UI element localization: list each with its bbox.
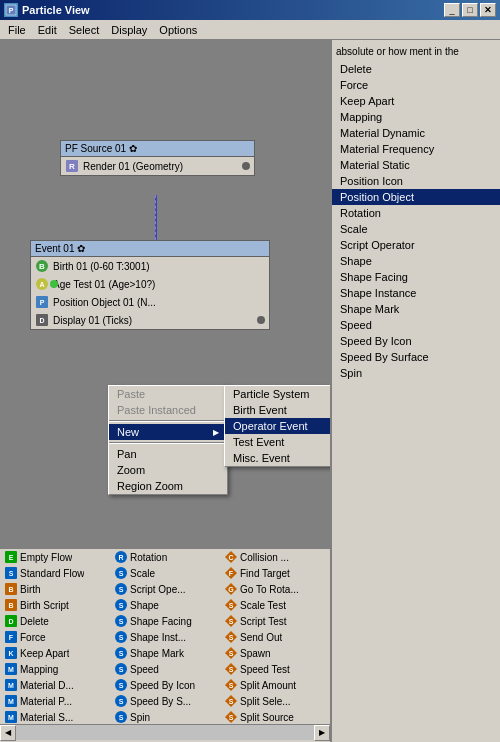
new-submenu-operator[interactable]: Operator Event ▶ xyxy=(225,418,330,434)
list-item-label: Birth xyxy=(20,584,41,595)
list-item[interactable]: FForce xyxy=(0,629,110,645)
list-item[interactable]: SStandard Flow xyxy=(0,565,110,581)
render-icon: R xyxy=(65,159,79,173)
menu-options[interactable]: Options xyxy=(153,22,203,38)
svg-text:D: D xyxy=(8,618,13,625)
ctx-zoom[interactable]: Zoom xyxy=(109,462,227,478)
right-panel-item[interactable]: Scale xyxy=(332,221,500,237)
list-item[interactable]: RRotation xyxy=(110,549,220,565)
title-bar: P Particle View _ □ ✕ xyxy=(0,0,500,20)
list-item[interactable]: SScript Ope... xyxy=(110,581,220,597)
list-item[interactable]: MMaterial D... xyxy=(0,677,110,693)
list-item[interactable]: BBirth Script xyxy=(0,597,110,613)
list-item[interactable]: SSpeed By S... xyxy=(110,693,220,709)
list-item[interactable]: FFind Target xyxy=(220,565,330,581)
right-panel-item[interactable]: Speed By Icon xyxy=(332,333,500,349)
ctx-paste-instanced[interactable]: Paste Instanced xyxy=(109,402,227,418)
list-item[interactable]: MMapping xyxy=(0,661,110,677)
svg-text:S: S xyxy=(229,650,234,657)
list-item[interactable]: SSplit Amount xyxy=(220,677,330,693)
right-panel-item[interactable]: Keep Apart xyxy=(332,93,500,109)
right-panel-item[interactable]: Position Object xyxy=(332,189,500,205)
new-submenu-test[interactable]: Test Event ▶ xyxy=(225,434,330,450)
list-item[interactable]: SSpeed xyxy=(110,661,220,677)
maximize-button[interactable]: □ xyxy=(462,3,478,17)
new-submenu-misc[interactable]: Misc. Event ▶ xyxy=(225,450,330,466)
svg-text:S: S xyxy=(229,714,234,721)
ctx-region-zoom[interactable]: Region Zoom xyxy=(109,478,227,494)
list-item[interactable]: DDelete xyxy=(0,613,110,629)
list-item[interactable]: GGo To Rota... xyxy=(220,581,330,597)
scroll-track[interactable] xyxy=(16,725,314,740)
list-item-label: Force xyxy=(20,632,46,643)
right-panel-item[interactable]: Shape xyxy=(332,253,500,269)
svg-text:S: S xyxy=(229,666,234,673)
menu-select[interactable]: Select xyxy=(63,22,106,38)
menu-edit[interactable]: Edit xyxy=(32,22,63,38)
list-item[interactable]: KKeep Apart xyxy=(0,645,110,661)
right-panel-item[interactable]: Shape Instance xyxy=(332,285,500,301)
list-item[interactable]: SShape Mark xyxy=(110,645,220,661)
right-panel-item[interactable]: Mapping xyxy=(332,109,500,125)
list-item[interactable]: EEmpty Flow xyxy=(0,549,110,565)
list-item-icon: S xyxy=(224,598,238,612)
list-item[interactable]: SShape Facing xyxy=(110,613,220,629)
list-item-icon: S xyxy=(114,710,128,724)
canvas-area[interactable]: PF Source 01 ✿ R Render 01 (Geometry) Ev… xyxy=(0,40,330,742)
minimize-button[interactable]: _ xyxy=(444,3,460,17)
ctx-new[interactable]: New ▶ xyxy=(109,424,227,440)
connector-line xyxy=(155,195,157,240)
right-panel-item[interactable]: Delete xyxy=(332,61,500,77)
scroll-right-button[interactable]: ▶ xyxy=(314,725,330,741)
list-item[interactable]: MMaterial P... xyxy=(0,693,110,709)
close-button[interactable]: ✕ xyxy=(480,3,496,17)
right-panel-item[interactable]: Shape Facing xyxy=(332,269,500,285)
menu-file[interactable]: File xyxy=(2,22,32,38)
list-item-icon: B xyxy=(4,582,18,596)
svg-text:B: B xyxy=(8,586,13,593)
right-panel-item[interactable]: Material Static xyxy=(332,157,500,173)
right-panel-item[interactable]: Force xyxy=(332,77,500,93)
svg-text:A: A xyxy=(39,281,44,288)
svg-text:S: S xyxy=(119,618,124,625)
event-title: Event 01 ✿ xyxy=(35,243,85,254)
new-submenu-birth[interactable]: Birth Event ▶ xyxy=(225,402,330,418)
list-item[interactable]: SSpeed By Icon xyxy=(110,677,220,693)
right-panel-item[interactable]: Position Icon xyxy=(332,173,500,189)
list-item[interactable]: SSplit Sele... xyxy=(220,693,330,709)
position-icon: P xyxy=(35,295,49,309)
right-panel-item[interactable]: Rotation xyxy=(332,205,500,221)
right-panel-item[interactable]: Spin xyxy=(332,365,500,381)
list-item[interactable]: SScale xyxy=(110,565,220,581)
list-item[interactable]: SSend Out xyxy=(220,629,330,645)
list-item-icon: M xyxy=(4,694,18,708)
list-item[interactable]: SSplit Source xyxy=(220,709,330,724)
display-dot xyxy=(257,316,265,324)
list-item[interactable]: SShape Inst... xyxy=(110,629,220,645)
list-item[interactable]: MMaterial S... xyxy=(0,709,110,724)
list-item[interactable]: SShape xyxy=(110,597,220,613)
right-panel-item[interactable]: Speed xyxy=(332,317,500,333)
right-panel-item[interactable]: Script Operator xyxy=(332,237,500,253)
list-item[interactable]: BBirth xyxy=(0,581,110,597)
ctx-paste[interactable]: Paste xyxy=(109,386,227,402)
right-panel-item[interactable]: Material Dynamic xyxy=(332,125,500,141)
new-submenu-particle[interactable]: Particle System ▶ xyxy=(225,386,330,402)
list-item[interactable]: SSpawn xyxy=(220,645,330,661)
list-item[interactable]: CCollision ... xyxy=(220,549,330,565)
list-item[interactable]: SSpeed Test xyxy=(220,661,330,677)
list-item-icon: S xyxy=(224,614,238,628)
list-item-icon: K xyxy=(4,646,18,660)
horizontal-scrollbar[interactable]: ◀ ▶ xyxy=(0,724,330,740)
ctx-pan[interactable]: Pan xyxy=(109,446,227,462)
list-item-label: Split Sele... xyxy=(240,696,291,707)
scroll-left-button[interactable]: ◀ xyxy=(0,725,16,741)
list-item[interactable]: SSpin xyxy=(110,709,220,724)
svg-text:F: F xyxy=(9,634,14,641)
right-panel-item[interactable]: Shape Mark xyxy=(332,301,500,317)
right-panel-item[interactable]: Material Frequency xyxy=(332,141,500,157)
menu-display[interactable]: Display xyxy=(105,22,153,38)
list-item[interactable]: SScript Test xyxy=(220,613,330,629)
right-panel-item[interactable]: Speed By Surface xyxy=(332,349,500,365)
list-item[interactable]: SScale Test xyxy=(220,597,330,613)
